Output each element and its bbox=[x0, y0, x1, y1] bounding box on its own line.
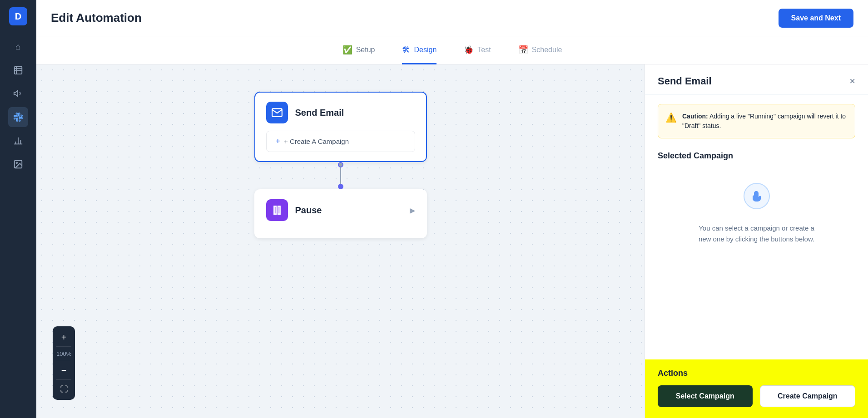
main-wrapper: Edit Automation Save and Next ✅ Setup 🛠 … bbox=[36, 0, 868, 418]
zoom-divider-2 bbox=[56, 361, 71, 361]
zoom-fit-button[interactable] bbox=[57, 382, 71, 396]
send-email-icon bbox=[266, 102, 288, 123]
selected-campaign-title: Selected Campaign bbox=[645, 148, 868, 168]
sidebar-item-home[interactable]: ⌂ bbox=[8, 36, 28, 56]
flow-container: Send Email + + Create A Campaign bbox=[254, 92, 427, 238]
zoom-out-button[interactable]: − bbox=[57, 363, 71, 378]
pause-node[interactable]: Pause ▶ bbox=[254, 189, 427, 238]
tabs-bar: ✅ Setup 🛠 Design 🐞 Test 📅 Schedule bbox=[36, 36, 868, 64]
actions-section: Actions Select Campaign Create Campaign bbox=[645, 359, 868, 418]
tab-design[interactable]: 🛠 Design bbox=[402, 37, 436, 64]
send-email-title: Send Email bbox=[295, 108, 344, 118]
tab-setup-label: Setup bbox=[356, 46, 375, 54]
tab-design-label: Design bbox=[414, 46, 436, 54]
page-title: Edit Automation bbox=[51, 11, 142, 25]
sidebar-item-campaigns[interactable] bbox=[8, 84, 28, 103]
pause-icon bbox=[266, 199, 288, 221]
panel-title: Send Email bbox=[658, 75, 712, 87]
sidebar-item-gallery[interactable] bbox=[8, 154, 28, 174]
empty-description: You can select a campaign or create a ne… bbox=[693, 223, 820, 245]
svg-marker-4 bbox=[14, 91, 18, 97]
page-header: Edit Automation Save and Next bbox=[36, 0, 868, 36]
caution-banner: ⚠️ Caution: Adding a live "Running" camp… bbox=[658, 104, 855, 138]
create-campaign-button[interactable]: + + Create A Campaign bbox=[266, 131, 415, 152]
schedule-calendar-icon: 📅 bbox=[518, 45, 528, 55]
zoom-divider-3 bbox=[56, 379, 71, 380]
pause-title: Pause bbox=[295, 205, 322, 216]
actions-buttons: Select Campaign Create Campaign bbox=[658, 385, 855, 407]
svg-rect-11 bbox=[274, 206, 276, 214]
touch-icon bbox=[743, 182, 770, 216]
create-campaign-action-button[interactable]: Create Campaign bbox=[760, 385, 856, 407]
design-tool-icon: 🛠 bbox=[402, 45, 410, 55]
content-area: Send Email + + Create A Campaign bbox=[36, 64, 868, 418]
select-campaign-button[interactable]: Select Campaign bbox=[658, 385, 753, 407]
tab-test[interactable]: 🐞 Test bbox=[464, 37, 491, 64]
empty-state: You can select a campaign or create a ne… bbox=[645, 168, 868, 259]
connector-dot-top bbox=[338, 162, 343, 167]
sidebar-item-automation[interactable] bbox=[8, 107, 28, 127]
node-connector bbox=[338, 162, 343, 189]
send-email-node[interactable]: Send Email + + Create A Campaign bbox=[254, 92, 427, 162]
tab-setup[interactable]: ✅ Setup bbox=[342, 37, 375, 64]
panel-header: Send Email × bbox=[645, 64, 868, 95]
app-logo: D bbox=[9, 7, 27, 25]
caution-strong: Caution: bbox=[682, 113, 708, 120]
caution-text: Caution: Adding a live "Running" campaig… bbox=[682, 112, 848, 131]
tab-schedule-label: Schedule bbox=[532, 46, 562, 54]
panel-spacer bbox=[645, 259, 868, 359]
pause-node-header: Pause ▶ bbox=[266, 199, 415, 221]
save-next-button[interactable]: Save and Next bbox=[779, 9, 853, 28]
zoom-divider bbox=[56, 346, 71, 347]
svg-point-10 bbox=[16, 162, 17, 163]
zoom-in-button[interactable]: + bbox=[57, 330, 71, 344]
plus-icon: + bbox=[276, 137, 281, 146]
caution-warning-icon: ⚠️ bbox=[665, 112, 677, 123]
sidebar-item-analytics[interactable] bbox=[8, 131, 28, 151]
right-panel: Send Email × ⚠️ Caution: Adding a live "… bbox=[645, 64, 868, 418]
create-campaign-label: + Create A Campaign bbox=[284, 138, 349, 145]
close-panel-button[interactable]: × bbox=[849, 75, 855, 87]
svg-rect-12 bbox=[278, 206, 280, 214]
pause-arrow-icon: ▶ bbox=[410, 206, 415, 215]
zoom-controls: + 100% − bbox=[53, 326, 75, 400]
canvas: Send Email + + Create A Campaign bbox=[36, 64, 645, 418]
connector-line bbox=[340, 167, 341, 184]
test-bug-icon: 🐞 bbox=[464, 45, 474, 55]
zoom-level-display: 100% bbox=[56, 349, 71, 359]
sidebar: D ⌂ bbox=[0, 0, 36, 418]
tab-schedule[interactable]: 📅 Schedule bbox=[518, 37, 562, 64]
send-email-node-header: Send Email bbox=[266, 102, 415, 123]
setup-check-icon: ✅ bbox=[342, 45, 352, 55]
actions-title: Actions bbox=[658, 369, 855, 378]
connector-dot-bottom bbox=[338, 184, 343, 189]
tab-test-label: Test bbox=[477, 46, 491, 54]
sidebar-item-contacts[interactable] bbox=[8, 60, 28, 80]
